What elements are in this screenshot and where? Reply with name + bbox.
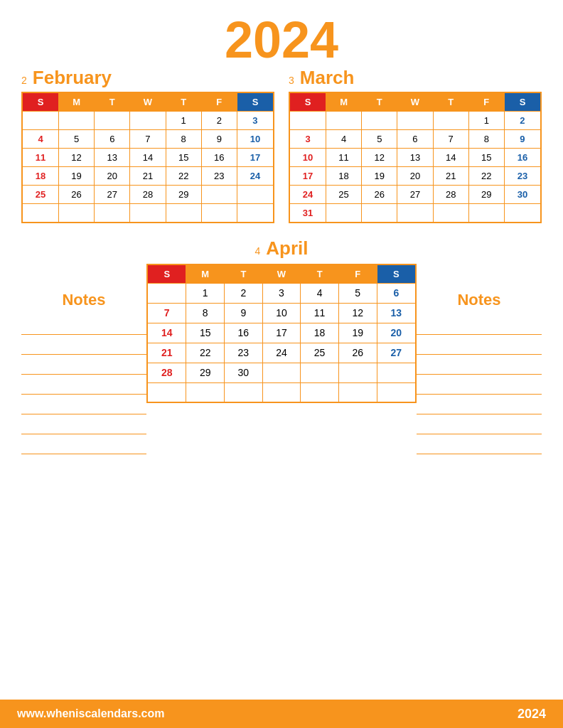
feb-cell	[95, 204, 130, 223]
table-row: 10 11 12 13 14 15 16	[289, 149, 541, 167]
feb-cell	[130, 112, 166, 130]
february-name: February	[33, 67, 112, 89]
april-calendar: S M T W T F S 1 2	[146, 264, 417, 404]
table-row: 1 2 3 4 5 6	[147, 283, 416, 303]
mar-cell: 11	[326, 149, 361, 167]
top-months-row: 2 February S M T W T F S	[21, 67, 542, 223]
apr-cell	[186, 382, 225, 402]
table-row	[22, 204, 274, 223]
apr-cell: 21	[147, 343, 186, 363]
table-row	[147, 382, 416, 402]
mar-cell: 28	[433, 186, 468, 204]
apr-cell: 26	[338, 343, 377, 363]
mar-cell	[433, 112, 468, 130]
table-row: 31	[289, 204, 541, 223]
note-line	[417, 414, 542, 434]
table-row: 1 2 3	[22, 112, 274, 130]
april-header: 4 April	[254, 237, 308, 259]
mar-cell: 16	[504, 149, 541, 167]
feb-cell: 7	[130, 130, 166, 149]
feb-header-mon: M	[58, 92, 94, 112]
apr-header-fri: F	[338, 264, 377, 284]
feb-cell: 21	[130, 167, 166, 186]
mar-cell: 14	[433, 149, 468, 167]
march-name: March	[300, 67, 355, 89]
feb-cell: 10	[237, 130, 274, 149]
feb-cell: 9	[201, 130, 237, 149]
apr-cell: 15	[186, 323, 225, 343]
apr-cell	[377, 382, 416, 402]
apr-cell	[377, 363, 416, 382]
notes-left: Notes	[21, 264, 146, 454]
feb-cell: 3	[237, 112, 274, 130]
feb-cell	[58, 204, 94, 223]
footer-year: 2024	[518, 707, 546, 722]
mar-cell: 10	[289, 149, 326, 167]
april-row: Notes S M	[21, 264, 542, 454]
apr-cell: 25	[301, 343, 339, 363]
note-line	[417, 375, 542, 395]
feb-cell: 18	[22, 167, 58, 186]
notes-right-lines	[417, 315, 542, 454]
feb-cell: 1	[166, 112, 201, 130]
note-line	[417, 434, 542, 454]
feb-cell: 27	[95, 186, 130, 204]
note-line	[21, 355, 146, 375]
apr-cell: 6	[377, 283, 416, 303]
apr-cell: 28	[147, 363, 186, 382]
mar-cell: 25	[326, 186, 361, 204]
mar-cell: 26	[362, 186, 397, 204]
table-row: 3 4 5 6 7 8 9	[289, 130, 541, 149]
feb-cell: 24	[237, 167, 274, 186]
apr-cell: 27	[377, 343, 416, 363]
note-line	[21, 434, 146, 454]
mar-cell	[326, 204, 361, 223]
apr-cell: 9	[225, 303, 263, 323]
apr-header-mon: M	[186, 264, 225, 284]
apr-header-tue: T	[225, 264, 263, 284]
mar-cell: 22	[468, 167, 504, 186]
apr-cell	[147, 283, 186, 303]
february-header: 2 February	[21, 67, 274, 89]
feb-cell	[22, 204, 58, 223]
march-num: 3	[289, 75, 294, 86]
table-row: 7 8 9 10 11 12 13	[147, 303, 416, 323]
notes-right: Notes	[417, 264, 542, 454]
feb-header-sat: S	[237, 92, 274, 112]
footer: www.wheniscalendars.com 2024	[0, 700, 563, 728]
apr-cell: 24	[262, 343, 301, 363]
table-row: 17 18 19 20 21 22 23	[289, 167, 541, 186]
feb-cell: 11	[22, 149, 58, 167]
apr-cell	[301, 382, 339, 402]
apr-cell	[338, 363, 377, 382]
mar-cell	[468, 204, 504, 223]
mar-cell: 18	[326, 167, 361, 186]
mar-header-sun: S	[289, 92, 326, 112]
apr-cell	[262, 363, 301, 382]
feb-cell: 13	[95, 149, 130, 167]
note-line	[417, 315, 542, 335]
february-num: 2	[21, 75, 27, 86]
mar-cell	[397, 112, 433, 130]
mar-cell: 30	[504, 186, 541, 204]
apr-cell	[225, 382, 263, 402]
note-line	[417, 335, 542, 355]
feb-cell	[166, 204, 201, 223]
apr-cell	[338, 382, 377, 402]
mar-cell: 31	[289, 204, 326, 223]
table-row: 1 2	[289, 112, 541, 130]
apr-cell: 20	[377, 323, 416, 343]
feb-cell: 19	[58, 167, 94, 186]
mar-header-thu: T	[433, 92, 468, 112]
feb-cell	[22, 112, 58, 130]
feb-cell: 6	[95, 130, 130, 149]
apr-cell: 5	[338, 283, 377, 303]
february-block: 2 February S M T W T F S	[21, 67, 274, 223]
mar-header-wed: W	[397, 92, 433, 112]
apr-header-wed: W	[262, 264, 301, 284]
april-num: 4	[254, 245, 260, 257]
feb-header-tue: T	[95, 92, 130, 112]
feb-cell: 22	[166, 167, 201, 186]
february-calendar: S M T W T F S 1	[21, 92, 274, 223]
table-row: 21 22 23 24 25 26 27	[147, 343, 416, 363]
